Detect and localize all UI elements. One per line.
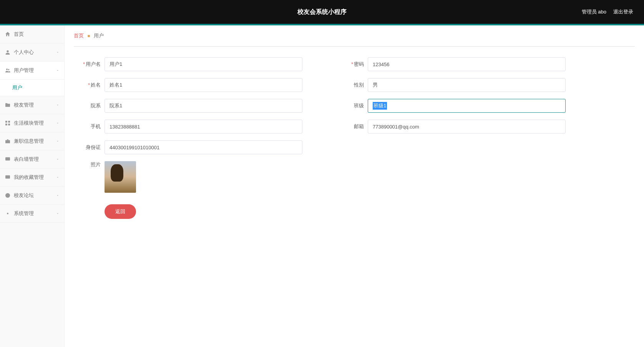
input-password[interactable]: [368, 57, 566, 71]
chat-icon: [5, 192, 11, 199]
chevron-down-icon: [56, 212, 60, 215]
admin-label[interactable]: 管理员 abo: [582, 8, 606, 15]
sidebar-item-personal[interactable]: 个人中心: [0, 43, 64, 62]
label-idcard: 身份证: [86, 144, 101, 150]
sidebar-item-label: 系统管理: [14, 210, 34, 217]
breadcrumb-sep: ■: [88, 33, 90, 38]
input-email[interactable]: [368, 120, 566, 133]
svg-rect-7: [5, 140, 10, 143]
svg-point-2: [8, 69, 9, 70]
chevron-down-icon: [56, 121, 60, 125]
sidebar-item-system[interactable]: 系统管理: [0, 205, 64, 223]
sidebar-item-parttime[interactable]: 兼职信息管理: [0, 132, 64, 150]
input-department[interactable]: [105, 99, 302, 113]
gear-icon: [5, 210, 11, 217]
return-button[interactable]: 返回: [105, 204, 136, 219]
main-content: 首页 ■ 用户 *用户名 *密码 *姓名 性别 院系: [65, 25, 644, 347]
sidebar-item-confession[interactable]: 表白墙管理: [0, 150, 64, 168]
sidebar-item-label: 校友论坛: [14, 192, 34, 199]
breadcrumb: 首页 ■ 用户: [74, 25, 635, 47]
grid-icon: [5, 120, 11, 126]
sidebar-item-label: 兼职信息管理: [14, 138, 44, 145]
sidebar-item-label: 表白墙管理: [14, 156, 39, 163]
button-row: 返回: [74, 204, 635, 219]
sidebar-item-alumni-mgmt[interactable]: 校友管理: [0, 96, 64, 114]
svg-rect-3: [5, 121, 7, 123]
chevron-down-icon: [56, 157, 60, 161]
chevron-down-icon: [56, 139, 60, 143]
sidebar-item-label: 生活模块管理: [14, 120, 44, 127]
star-icon: [5, 174, 11, 180]
breadcrumb-home[interactable]: 首页: [74, 33, 84, 38]
users-icon: [5, 67, 11, 73]
sidebar-item-label: 个人中心: [14, 49, 34, 56]
sidebar-item-label: 首页: [14, 31, 24, 38]
label-username: 用户名: [86, 61, 101, 67]
folder-icon: [5, 102, 11, 108]
label-name: 姓名: [91, 82, 101, 88]
svg-rect-9: [5, 175, 10, 179]
field-class: 班级 班级1: [341, 99, 566, 113]
svg-rect-6: [8, 123, 10, 125]
sidebar-item-label: 用户: [12, 85, 22, 90]
label-phone: 手机: [91, 123, 101, 129]
briefcase-icon: [5, 138, 11, 144]
label-email: 邮箱: [354, 123, 364, 129]
home-icon: [5, 31, 11, 37]
field-name: *姓名: [78, 78, 302, 92]
form: *用户名 *密码 *姓名 性别 院系 班级 班级1: [74, 57, 566, 154]
input-name[interactable]: [105, 78, 302, 92]
input-gender[interactable]: [368, 78, 566, 92]
sidebar-item-life-module[interactable]: 生活模块管理: [0, 114, 64, 132]
chevron-down-icon: [56, 175, 60, 179]
svg-rect-8: [5, 157, 10, 161]
chevron-up-icon: [56, 68, 60, 72]
field-email: 邮箱: [341, 120, 566, 133]
sidebar-item-label: 我的收藏管理: [14, 174, 44, 181]
svg-rect-5: [5, 123, 7, 125]
label-password: 密码: [354, 61, 364, 67]
sidebar-item-favorites[interactable]: 我的收藏管理: [0, 168, 64, 187]
input-idcard[interactable]: [105, 140, 302, 154]
sidebar-item-forum[interactable]: 校友论坛: [0, 187, 64, 205]
field-phone: 手机: [78, 120, 302, 133]
label-class: 班级: [354, 103, 364, 108]
message-icon: [5, 156, 11, 162]
user-icon: [5, 49, 11, 55]
svg-point-11: [7, 213, 8, 214]
label-gender: 性别: [354, 82, 364, 88]
label-photo: 照片: [91, 162, 101, 167]
photo-preview[interactable]: [105, 161, 136, 193]
input-username[interactable]: [105, 57, 302, 71]
breadcrumb-current: 用户: [94, 33, 104, 38]
chevron-down-icon: [56, 103, 60, 107]
field-username: *用户名: [78, 57, 302, 71]
sidebar-item-user-mgmt[interactable]: 用户管理: [0, 62, 64, 80]
sidebar-item-label: 校友管理: [14, 102, 34, 108]
logout-link[interactable]: 退出登录: [613, 8, 633, 15]
sidebar-subitem-user[interactable]: 用户: [0, 80, 64, 96]
field-department: 院系: [78, 99, 302, 113]
sidebar: 首页 个人中心 用户管理 用户 校友管理 生活模块管理 兼职信息管理: [0, 25, 65, 347]
field-password: *密码: [341, 57, 566, 71]
svg-point-0: [7, 50, 8, 52]
svg-rect-4: [8, 121, 10, 123]
svg-point-1: [6, 68, 8, 70]
app-title: 校友会系统小程序: [297, 8, 347, 16]
input-class[interactable]: 班级1: [368, 99, 566, 113]
label-department: 院系: [91, 103, 101, 108]
chevron-down-icon: [56, 194, 60, 197]
svg-point-10: [5, 193, 10, 198]
field-photo: 照片: [74, 161, 635, 193]
sidebar-item-home[interactable]: 首页: [0, 25, 64, 43]
input-phone[interactable]: [105, 120, 302, 133]
sidebar-item-label: 用户管理: [14, 67, 34, 74]
header-right: 管理员 abo 退出登录: [582, 8, 633, 15]
header: 校友会系统小程序 管理员 abo 退出登录: [0, 0, 644, 24]
chevron-down-icon: [56, 50, 60, 54]
field-idcard: 身份证: [78, 140, 302, 154]
field-gender: 性别: [341, 78, 566, 92]
